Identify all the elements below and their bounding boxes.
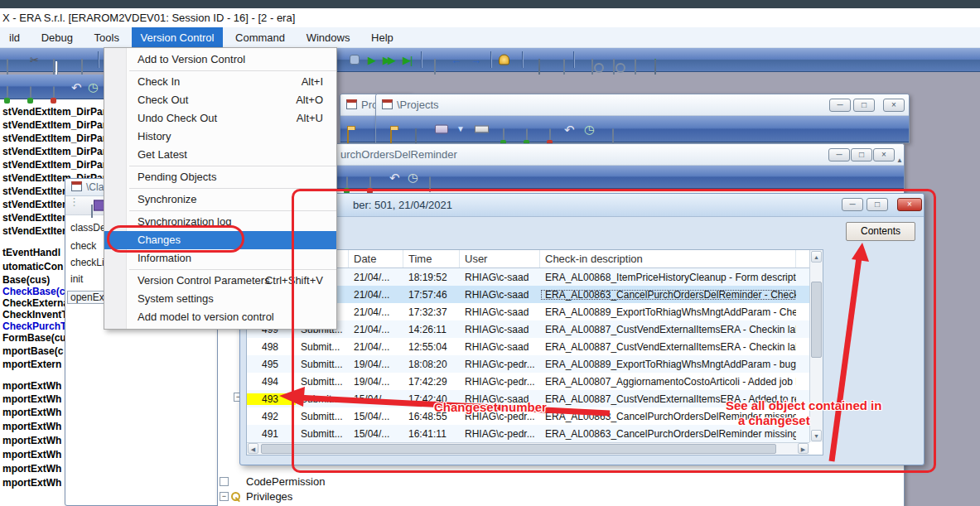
copy-icon[interactable] — [53, 59, 55, 75]
step-into-icon[interactable]: ▶| — [403, 55, 412, 65]
col-description[interactable]: Check-in description — [540, 250, 796, 267]
open-folder-icon[interactable] — [390, 128, 392, 144]
keyboard-icon[interactable] — [475, 125, 489, 133]
forward-icon[interactable]: → — [471, 55, 481, 65]
undo-icon[interactable]: ↶ — [71, 80, 82, 93]
tree-node[interactable]: CheckPurchT — [2, 320, 66, 332]
tree-node[interactable]: mportBase(c — [2, 345, 63, 357]
scroll-down-icon[interactable]: ▼ — [811, 430, 822, 441]
menu-item-add-to-version-control[interactable]: Add to Version Control — [104, 51, 336, 69]
history-clock-icon[interactable]: ◷ — [88, 81, 98, 93]
tree-node[interactable]: mportExtWh — [2, 421, 61, 432]
close-button[interactable]: × — [897, 198, 922, 211]
menu-item-history[interactable]: History — [104, 128, 336, 146]
tree-node[interactable]: CheckExterna — [2, 297, 69, 309]
open-folder-icon[interactable] — [347, 128, 349, 144]
compile-icon[interactable] — [591, 59, 593, 75]
undo-icon[interactable]: ↶ — [564, 123, 575, 135]
sync-icon[interactable] — [612, 128, 614, 144]
codepermission-checkbox[interactable] — [220, 477, 229, 486]
tree-node[interactable]: mportExtWh — [2, 380, 61, 392]
stop-icon[interactable] — [350, 55, 360, 65]
tree-node[interactable]: mportExtWh — [2, 477, 61, 489]
changeset-row[interactable]: 495Submitt...19/04/...18:08:20RHIAG\c-pe… — [247, 355, 823, 373]
minimize-button[interactable]: ─ — [828, 148, 850, 161]
tree-node[interactable]: stVendExtItem_DirPart — [2, 146, 109, 157]
task-list-icon[interactable] — [563, 59, 565, 75]
compiler-output-icon[interactable] — [635, 59, 636, 75]
printer-icon[interactable] — [435, 124, 448, 133]
compile-forward-icon[interactable] — [613, 59, 615, 75]
menu-item-changes[interactable]: Changes — [104, 231, 336, 249]
menu-windows[interactable]: Windows — [297, 27, 360, 48]
run-all-icon[interactable]: ▶▶ — [383, 55, 393, 65]
cut-icon[interactable]: ✂ — [30, 55, 39, 65]
horizontal-scrollbar[interactable]: ◀ ▶ — [247, 442, 809, 455]
contents-button[interactable]: Contents — [846, 222, 915, 241]
privileges-expand-icon[interactable]: − — [220, 492, 229, 501]
run-icon[interactable]: ▶ — [368, 55, 376, 65]
tree-node[interactable]: FormBase(cus — [2, 332, 71, 344]
delete-icon[interactable] — [53, 86, 55, 102]
scrollbar-thumb[interactable] — [261, 444, 776, 454]
sync-icon[interactable] — [429, 176, 431, 192]
menu-item-add-model-to-version-control[interactable]: Add model to version control — [104, 308, 336, 326]
menu-command[interactable]: Command — [226, 27, 294, 48]
import-icon[interactable] — [346, 176, 348, 192]
delete-icon[interactable] — [369, 176, 371, 192]
maximize-button[interactable]: □ — [851, 148, 872, 161]
col-time[interactable]: Time — [403, 250, 460, 267]
scrollbar-thumb[interactable] — [811, 282, 822, 358]
checklist-icon[interactable] — [654, 59, 656, 75]
method-item[interactable]: init — [70, 273, 83, 285]
delete-icon[interactable] — [549, 128, 551, 144]
changeset-row[interactable]: 494Submitt...19/04/...17:42:29RHIAG\c-pe… — [247, 373, 823, 390]
tree-node[interactable]: mportExtWh — [2, 449, 61, 460]
scroll-right-icon[interactable]: ▶ — [798, 443, 809, 454]
vertical-scrollbar[interactable]: ▲ ▼ — [809, 250, 823, 442]
col-user[interactable]: User — [460, 250, 540, 267]
scroll-up-icon[interactable]: ▲ — [811, 251, 822, 263]
new-window-icon[interactable] — [7, 59, 8, 75]
tree-node[interactable]: stVendExtItem_DirPart — [2, 119, 109, 131]
maximize-button[interactable]: □ — [867, 198, 888, 211]
minimize-button[interactable]: ─ — [842, 198, 863, 211]
import-icon[interactable] — [30, 86, 31, 102]
tree-node[interactable]: Base(cus) — [2, 274, 50, 286]
form-icon[interactable] — [415, 128, 417, 144]
import-icon[interactable] — [526, 128, 528, 144]
new-icon[interactable] — [7, 86, 8, 102]
debug-bell-icon[interactable] — [499, 55, 509, 65]
menu-version-control[interactable]: Version Control — [132, 27, 224, 48]
scroll-left-icon[interactable]: ◀ — [248, 443, 258, 454]
menu-item-synchronize[interactable]: Synchronize — [104, 190, 336, 209]
document-icon[interactable] — [434, 59, 436, 75]
tree-node[interactable]: stVendExtItem_DirPart — [2, 106, 109, 118]
menu-help[interactable]: Help — [362, 27, 403, 48]
menu-item-synchronization-log[interactable]: Synchronization log — [104, 213, 336, 231]
minimize-button[interactable]: ─ — [829, 99, 851, 112]
undo-icon[interactable]: ↶ — [389, 171, 400, 183]
tree-node[interactable]: mportExtern — [2, 359, 61, 370]
menu-item-check-in[interactable]: Check InAlt+I — [104, 73, 336, 91]
tree-node[interactable]: stVendExtItem_DirPart — [2, 159, 109, 171]
menu-item-pending-objects[interactable]: Pending Objects — [104, 168, 336, 186]
menu-item-system-settings[interactable]: System settings — [104, 290, 336, 308]
changeset-titlebar[interactable]: ber: 501, 21/04/2021 ─ □ × — [240, 194, 924, 217]
tree-node[interactable]: stVendExtItem_DirPart — [2, 133, 109, 144]
tree-node[interactable]: mportExtWh — [2, 393, 61, 405]
tree-node[interactable]: mportExtWh — [2, 463, 61, 475]
menu-item-undo-check-out[interactable]: Undo Check OutAlt+U — [104, 109, 336, 128]
tree-node[interactable]: mportExtWh — [2, 407, 61, 418]
method-item[interactable]: check — [70, 240, 96, 252]
col-date[interactable]: Date — [349, 250, 403, 267]
breakpoints-window-icon[interactable] — [538, 59, 540, 75]
menu-item-get-latest[interactable]: Get Latest — [104, 146, 336, 164]
paste-icon[interactable] — [81, 59, 83, 75]
close-button[interactable]: × — [883, 99, 905, 112]
projects-titlebar[interactable]: \Projects ─ □ × — [376, 94, 909, 116]
changeset-row[interactable]: 491Submitt...15/04/...16:41:11RHIAG\c-pe… — [247, 425, 823, 442]
close-button[interactable]: × — [873, 148, 895, 161]
move-down-icon[interactable]: ▼ — [456, 125, 465, 133]
history-clock-icon[interactable]: ◷ — [408, 171, 418, 183]
